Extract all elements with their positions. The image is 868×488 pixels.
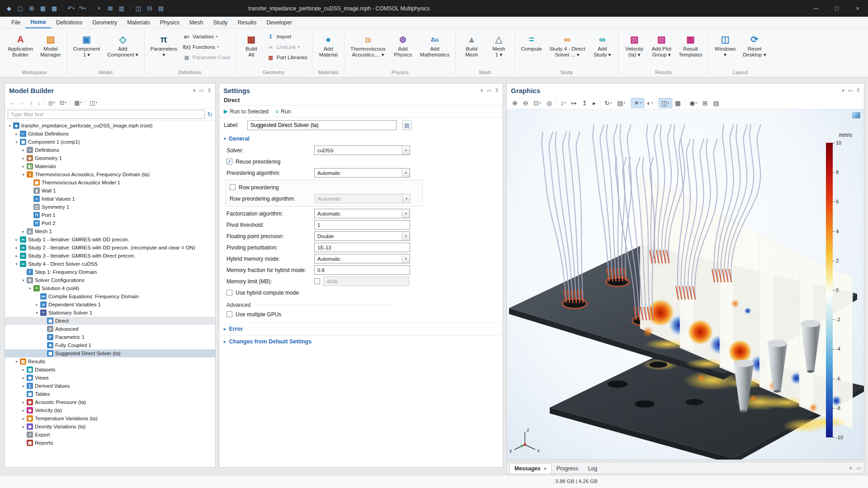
menu-tab-results[interactable]: Results [233,17,262,28]
tree-item-definitions[interactable]: ▸≡Definitions [5,146,215,154]
tree-item-advanced[interactable]: αAdvanced [5,325,215,333]
scene-light-icon[interactable]: ☀▾ [631,98,644,108]
node-grouping-icon[interactable]: ◫▾ [87,99,99,106]
checkbox-reuse-preordering[interactable]: ✓ [226,159,232,164]
tree-item-temperature-variations-ta[interactable]: ▸◉Temperature Variations (ta) [5,414,215,422]
menu-tab-developer[interactable]: Developer [261,17,297,28]
go-forward-icon[interactable]: → [17,99,28,106]
collapse-arrow-icon[interactable]: ▾ [20,173,26,177]
tree-item-thermoviscous-acoustics-model-1[interactable]: ▦Thermoviscous Acoustics Model 1 [5,178,215,187]
transparency-icon[interactable]: ◐▾ [644,98,656,108]
run-button[interactable]: = Run [276,108,291,115]
ribbon-item-livelink[interactable]: ∞LiveLink▾ [267,42,307,52]
orientation-icon[interactable]: ↕▾ [558,98,569,108]
select-hybrid-memory-mode[interactable]: Automatic▾ [314,254,410,263]
ribbon-item-functions[interactable]: f(x)Functions▾ [183,42,231,52]
dock-menu-icon[interactable]: ▾ [849,465,852,471]
panel-pin-icon[interactable]: ⊼ [495,88,499,94]
zoom-extents-icon[interactable]: ⊡▾ [531,98,543,108]
ribbon-item-application-builder[interactable]: AApplicationBuilder [5,31,36,59]
redo-icon[interactable]: ↷▾ [77,3,88,14]
menu-tab-file[interactable]: File [6,17,25,28]
undo-icon[interactable]: ↶▾ [66,3,76,14]
window-layout-3-icon[interactable]: ▤ [156,3,166,14]
paste-icon[interactable]: ▥ [116,3,127,14]
tree-item-geometry-1[interactable]: ▸◆Geometry 1 [5,154,215,162]
tab-messages[interactable]: Messages× [509,463,552,474]
view-along-y-icon[interactable]: ↥ [579,98,590,108]
show-options-icon[interactable]: ◎▾ [46,99,57,106]
section-error[interactable]: ▸Error [219,323,503,334]
save-icon[interactable]: ▦ [38,3,48,14]
print-icon[interactable]: ▤ [710,98,722,108]
tree-item-velocity-ta[interactable]: ▸◉Velocity (ta) [5,406,215,414]
tree-item-datasets[interactable]: ▸▤Datasets [5,366,215,374]
collapse-arrow-icon[interactable]: ▾ [27,286,33,291]
tree-item-results[interactable]: ▾▥Results [5,357,215,366]
collapse-arrow-icon[interactable]: ▾ [34,311,40,315]
input-pivoting-perturbation[interactable] [314,243,410,252]
new-file-icon[interactable]: ▢ [15,3,26,14]
save-as-icon[interactable]: ▩ [49,3,60,14]
filter-input[interactable] [8,110,205,119]
expand-arrow-icon[interactable]: ▸ [14,238,19,242]
cut-icon[interactable]: × [94,3,104,14]
tree-item-mesh-1[interactable]: ▸▲Mesh 1 [5,227,215,235]
zoom-selected-icon[interactable]: ◎ [544,98,555,108]
tree-item-export[interactable]: ↗Export [5,431,215,439]
maximize-button[interactable]: □ [826,0,847,17]
window-layout-2-icon[interactable]: ⊟ [144,3,155,14]
zoom-in-icon[interactable]: ⊕ [509,98,520,108]
expand-arrow-icon[interactable]: ▸ [34,303,40,307]
run-to-selected-button[interactable]: ▶ Run to Selected [224,108,269,115]
panel-pin-icon[interactable]: ⊼ [208,88,211,94]
expand-arrow-icon[interactable]: ▸ [20,368,26,372]
expand-arrow-icon[interactable]: ▸ [20,164,26,169]
ribbon-item-add-physics[interactable]: ⊛AddPhysics [390,31,416,59]
expand-arrow-icon[interactable]: ▸ [20,148,26,152]
tree-item-transfer-impedance-perforate-cudss-image-mph-root[interactable]: ▾◆transfer_impedance_perforate_cuDSS_ima… [5,122,215,130]
ribbon-item-add-material[interactable]: ●AddMaterial [315,31,341,59]
label-input[interactable] [247,120,396,130]
tree-item-component-1-comp1[interactable]: ▾▣Component 1 (comp1) [5,138,215,146]
open-file-icon[interactable]: ⊞ [26,3,37,14]
ribbon-item-mesh-1[interactable]: △Mesh1 ▾ [486,31,512,59]
tree-item-study-4-direct-solver-cudss[interactable]: ▾∞Study 4 - Direct Solver cuDSS [5,260,215,268]
menu-tab-materials[interactable]: Materials [122,17,155,28]
tree-item-desnity-variations-ta[interactable]: ▸◉Desnity Variations (ta) [5,422,215,431]
environment-icon[interactable]: ◉▾ [687,98,700,108]
tree-item-initial-values-1[interactable]: ≈Initial Values 1 [5,195,215,203]
menu-tab-mesh[interactable]: Mesh [184,17,208,28]
expand-arrow-icon[interactable]: ▸ [20,156,26,160]
ribbon-item-add-plot-group[interactable]: ▨Add PlotGroup ▾ [648,31,675,59]
section-changes-from-default-settings[interactable]: ▸Changes from Default Settings [219,335,503,347]
expand-arrow-icon[interactable]: ▸ [14,132,19,136]
checkbox-row-preordering[interactable] [230,184,236,190]
select-preordering-algorithm[interactable]: Automatic▾ [314,168,410,178]
ribbon-item-add-component[interactable]: ◇AddComponent ▾ [104,31,141,59]
select-solver[interactable]: cuDSS▾ [314,145,410,155]
tree-item-views[interactable]: ▸◉Views [5,374,215,382]
tree-item-port-2[interactable]: ⊓Port 2 [5,219,215,227]
ribbon-item-add-study[interactable]: ∞AddStudy ▾ [589,31,615,59]
image-table-icon[interactable]: ▦ [672,98,684,108]
ribbon-item-component-1[interactable]: ▣Component1 ▾ [70,31,103,59]
panel-pin-icon[interactable]: ⊼ [856,88,860,94]
collapse-arrow-icon[interactable]: ▾ [14,360,19,364]
checkbox-use-multiple-gpus[interactable] [226,311,232,317]
panel-menu-icon[interactable]: ▾ [193,88,196,94]
input-memory-limit-mb[interactable] [323,277,409,286]
select-row-preordering-algorithm[interactable]: Automatic▾ [315,194,410,203]
checkbox-use-hybrid-compute-mode[interactable] [226,290,232,296]
tree-item-acoustic-pressure-ta[interactable]: ▸◉Acoustic Pressure (ta) [5,398,215,406]
tree-item-study-2-iterative-gmres-with-dd-precon-recompute-and-clear-on[interactable]: ▸∞Study 2 - Iterative: GMRES with DD pre… [5,244,215,252]
general-section-header[interactable]: ▾ General [219,133,503,145]
tree-item-direct[interactable]: ▦Direct [5,317,215,325]
tree-item-compile-equations-frequency-domain[interactable]: ≔Compile Equations: Frequency Domain [5,292,215,300]
select-factorization-algorithm[interactable]: Automatic▾ [314,209,410,218]
tree-item-wall-1[interactable]: ▮Wall 1 [5,187,215,195]
copy-icon[interactable]: ⊠ [105,3,116,14]
expand-arrow-icon[interactable]: ▸ [14,254,19,258]
expand-arrow-icon[interactable]: ▸ [20,384,26,388]
ribbon-item-add-mathematics[interactable]: ΔuAddMathematics [417,31,453,59]
